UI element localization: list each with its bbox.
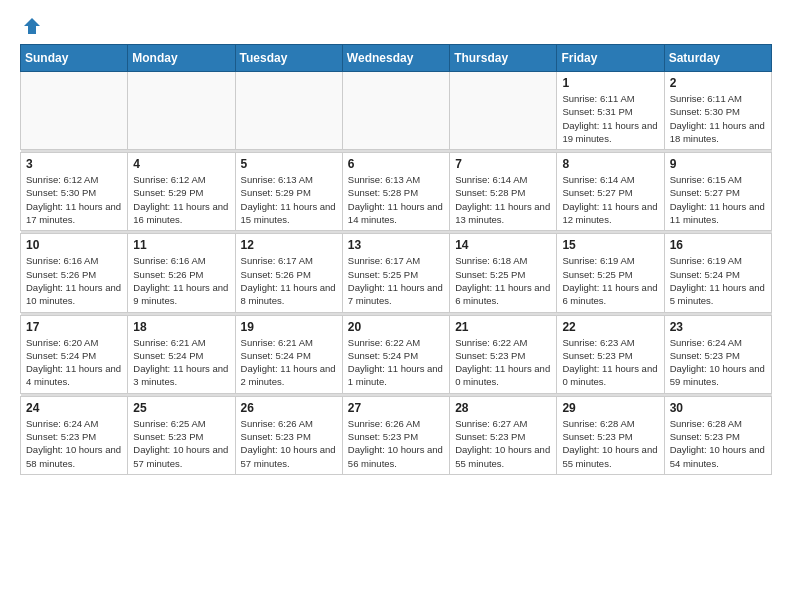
day-number: 22 (562, 320, 658, 334)
day-number: 17 (26, 320, 122, 334)
calendar-day: 13Sunrise: 6:17 AM Sunset: 5:25 PM Dayli… (342, 234, 449, 312)
day-number: 29 (562, 401, 658, 415)
day-info: Sunrise: 6:28 AM Sunset: 5:23 PM Dayligh… (670, 417, 766, 470)
day-number: 26 (241, 401, 337, 415)
day-info: Sunrise: 6:24 AM Sunset: 5:23 PM Dayligh… (670, 336, 766, 389)
calendar-day (450, 72, 557, 150)
calendar-day: 11Sunrise: 6:16 AM Sunset: 5:26 PM Dayli… (128, 234, 235, 312)
day-info: Sunrise: 6:17 AM Sunset: 5:26 PM Dayligh… (241, 254, 337, 307)
calendar-header-wednesday: Wednesday (342, 45, 449, 72)
calendar-week-row: 1Sunrise: 6:11 AM Sunset: 5:31 PM Daylig… (21, 72, 772, 150)
calendar-week-row: 3Sunrise: 6:12 AM Sunset: 5:30 PM Daylig… (21, 153, 772, 231)
calendar-day: 22Sunrise: 6:23 AM Sunset: 5:23 PM Dayli… (557, 315, 664, 393)
calendar-day: 14Sunrise: 6:18 AM Sunset: 5:25 PM Dayli… (450, 234, 557, 312)
day-info: Sunrise: 6:20 AM Sunset: 5:24 PM Dayligh… (26, 336, 122, 389)
calendar-day: 6Sunrise: 6:13 AM Sunset: 5:28 PM Daylig… (342, 153, 449, 231)
day-info: Sunrise: 6:27 AM Sunset: 5:23 PM Dayligh… (455, 417, 551, 470)
day-number: 2 (670, 76, 766, 90)
day-number: 21 (455, 320, 551, 334)
calendar-day: 18Sunrise: 6:21 AM Sunset: 5:24 PM Dayli… (128, 315, 235, 393)
calendar-day: 21Sunrise: 6:22 AM Sunset: 5:23 PM Dayli… (450, 315, 557, 393)
day-number: 7 (455, 157, 551, 171)
calendar-table: SundayMondayTuesdayWednesdayThursdayFrid… (20, 44, 772, 475)
calendar-day: 19Sunrise: 6:21 AM Sunset: 5:24 PM Dayli… (235, 315, 342, 393)
day-number: 15 (562, 238, 658, 252)
day-info: Sunrise: 6:16 AM Sunset: 5:26 PM Dayligh… (26, 254, 122, 307)
day-number: 27 (348, 401, 444, 415)
calendar-day: 20Sunrise: 6:22 AM Sunset: 5:24 PM Dayli… (342, 315, 449, 393)
calendar-day: 3Sunrise: 6:12 AM Sunset: 5:30 PM Daylig… (21, 153, 128, 231)
day-info: Sunrise: 6:16 AM Sunset: 5:26 PM Dayligh… (133, 254, 229, 307)
calendar-day: 5Sunrise: 6:13 AM Sunset: 5:29 PM Daylig… (235, 153, 342, 231)
calendar-week-row: 10Sunrise: 6:16 AM Sunset: 5:26 PM Dayli… (21, 234, 772, 312)
day-info: Sunrise: 6:11 AM Sunset: 5:30 PM Dayligh… (670, 92, 766, 145)
calendar-day: 15Sunrise: 6:19 AM Sunset: 5:25 PM Dayli… (557, 234, 664, 312)
day-info: Sunrise: 6:19 AM Sunset: 5:24 PM Dayligh… (670, 254, 766, 307)
day-number: 11 (133, 238, 229, 252)
calendar-day: 4Sunrise: 6:12 AM Sunset: 5:29 PM Daylig… (128, 153, 235, 231)
day-number: 14 (455, 238, 551, 252)
day-number: 20 (348, 320, 444, 334)
day-number: 16 (670, 238, 766, 252)
calendar-week-row: 17Sunrise: 6:20 AM Sunset: 5:24 PM Dayli… (21, 315, 772, 393)
calendar-day: 23Sunrise: 6:24 AM Sunset: 5:23 PM Dayli… (664, 315, 771, 393)
calendar-header-friday: Friday (557, 45, 664, 72)
day-info: Sunrise: 6:14 AM Sunset: 5:28 PM Dayligh… (455, 173, 551, 226)
day-info: Sunrise: 6:12 AM Sunset: 5:30 PM Dayligh… (26, 173, 122, 226)
day-number: 28 (455, 401, 551, 415)
day-info: Sunrise: 6:11 AM Sunset: 5:31 PM Dayligh… (562, 92, 658, 145)
day-number: 30 (670, 401, 766, 415)
calendar-day: 10Sunrise: 6:16 AM Sunset: 5:26 PM Dayli… (21, 234, 128, 312)
day-number: 8 (562, 157, 658, 171)
day-info: Sunrise: 6:21 AM Sunset: 5:24 PM Dayligh… (241, 336, 337, 389)
calendar-week-row: 24Sunrise: 6:24 AM Sunset: 5:23 PM Dayli… (21, 396, 772, 474)
calendar-day (21, 72, 128, 150)
day-number: 18 (133, 320, 229, 334)
calendar-day: 30Sunrise: 6:28 AM Sunset: 5:23 PM Dayli… (664, 396, 771, 474)
calendar-day: 29Sunrise: 6:28 AM Sunset: 5:23 PM Dayli… (557, 396, 664, 474)
calendar-day: 24Sunrise: 6:24 AM Sunset: 5:23 PM Dayli… (21, 396, 128, 474)
day-number: 6 (348, 157, 444, 171)
svg-marker-0 (24, 18, 40, 34)
calendar-day: 26Sunrise: 6:26 AM Sunset: 5:23 PM Dayli… (235, 396, 342, 474)
calendar-day: 27Sunrise: 6:26 AM Sunset: 5:23 PM Dayli… (342, 396, 449, 474)
calendar-day: 25Sunrise: 6:25 AM Sunset: 5:23 PM Dayli… (128, 396, 235, 474)
day-number: 12 (241, 238, 337, 252)
day-info: Sunrise: 6:22 AM Sunset: 5:23 PM Dayligh… (455, 336, 551, 389)
calendar-header-row: SundayMondayTuesdayWednesdayThursdayFrid… (21, 45, 772, 72)
calendar-day: 2Sunrise: 6:11 AM Sunset: 5:30 PM Daylig… (664, 72, 771, 150)
calendar-day: 9Sunrise: 6:15 AM Sunset: 5:27 PM Daylig… (664, 153, 771, 231)
calendar-day: 16Sunrise: 6:19 AM Sunset: 5:24 PM Dayli… (664, 234, 771, 312)
calendar-day: 17Sunrise: 6:20 AM Sunset: 5:24 PM Dayli… (21, 315, 128, 393)
day-info: Sunrise: 6:19 AM Sunset: 5:25 PM Dayligh… (562, 254, 658, 307)
calendar-header-sunday: Sunday (21, 45, 128, 72)
day-number: 25 (133, 401, 229, 415)
logo (20, 16, 42, 36)
day-number: 13 (348, 238, 444, 252)
calendar-day (235, 72, 342, 150)
calendar-day: 7Sunrise: 6:14 AM Sunset: 5:28 PM Daylig… (450, 153, 557, 231)
calendar-day (128, 72, 235, 150)
day-info: Sunrise: 6:13 AM Sunset: 5:28 PM Dayligh… (348, 173, 444, 226)
day-info: Sunrise: 6:24 AM Sunset: 5:23 PM Dayligh… (26, 417, 122, 470)
day-number: 1 (562, 76, 658, 90)
day-info: Sunrise: 6:18 AM Sunset: 5:25 PM Dayligh… (455, 254, 551, 307)
day-number: 24 (26, 401, 122, 415)
day-number: 5 (241, 157, 337, 171)
calendar-day: 12Sunrise: 6:17 AM Sunset: 5:26 PM Dayli… (235, 234, 342, 312)
day-info: Sunrise: 6:28 AM Sunset: 5:23 PM Dayligh… (562, 417, 658, 470)
day-info: Sunrise: 6:13 AM Sunset: 5:29 PM Dayligh… (241, 173, 337, 226)
day-info: Sunrise: 6:17 AM Sunset: 5:25 PM Dayligh… (348, 254, 444, 307)
calendar-header-thursday: Thursday (450, 45, 557, 72)
day-number: 9 (670, 157, 766, 171)
day-info: Sunrise: 6:22 AM Sunset: 5:24 PM Dayligh… (348, 336, 444, 389)
calendar-day: 28Sunrise: 6:27 AM Sunset: 5:23 PM Dayli… (450, 396, 557, 474)
day-info: Sunrise: 6:15 AM Sunset: 5:27 PM Dayligh… (670, 173, 766, 226)
day-number: 19 (241, 320, 337, 334)
calendar-header-saturday: Saturday (664, 45, 771, 72)
day-number: 23 (670, 320, 766, 334)
calendar-day (342, 72, 449, 150)
day-number: 3 (26, 157, 122, 171)
day-info: Sunrise: 6:12 AM Sunset: 5:29 PM Dayligh… (133, 173, 229, 226)
day-number: 10 (26, 238, 122, 252)
